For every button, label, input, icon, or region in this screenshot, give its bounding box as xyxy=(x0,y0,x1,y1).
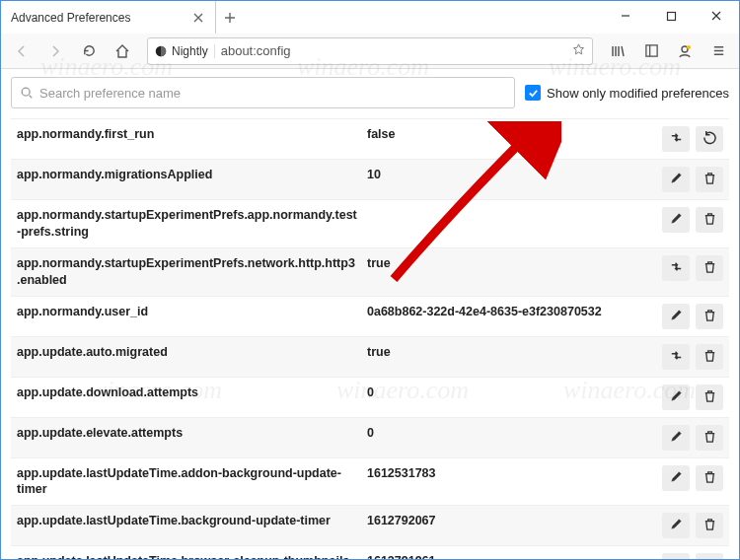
app-menu-button[interactable] xyxy=(703,36,733,66)
edit-icon xyxy=(669,171,684,188)
pref-edit-button[interactable] xyxy=(662,304,690,329)
pref-toggle-button[interactable] xyxy=(662,255,690,281)
pref-edit-button[interactable] xyxy=(662,385,690,410)
library-button[interactable] xyxy=(603,36,632,66)
search-row: Show only modified preferences xyxy=(11,77,729,108)
pref-reset-button[interactable] xyxy=(696,126,723,152)
pref-toggle-button[interactable] xyxy=(662,126,690,152)
pref-name: app.update.lastUpdateTime.browser-cleanu… xyxy=(17,553,367,560)
edit-icon xyxy=(669,211,684,229)
pref-delete-button[interactable] xyxy=(696,167,723,192)
pref-edit-button[interactable] xyxy=(662,513,690,538)
toggle-icon xyxy=(669,259,684,277)
pref-name: app.normandy.user_id xyxy=(17,304,367,320)
pref-row: app.normandy.startupExperimentPrefs.app.… xyxy=(11,199,729,247)
search-input[interactable] xyxy=(39,86,506,101)
pref-edit-button[interactable] xyxy=(662,553,690,560)
delete-icon xyxy=(703,469,717,487)
pref-value: true xyxy=(367,344,662,361)
prefs-table: app.normandy.first_runfalseapp.normandy.… xyxy=(11,118,729,560)
pref-row: app.update.lastUpdateTime.browser-cleanu… xyxy=(11,545,729,560)
url-text: about:config xyxy=(221,43,565,58)
identity-box[interactable]: Nightly xyxy=(154,44,215,58)
pref-value: 1612531783 xyxy=(367,465,662,482)
title-bar: Advanced Preferences xyxy=(1,1,739,34)
pref-name: app.normandy.first_run xyxy=(17,126,367,143)
pref-value: 0a68b862-322d-42e4-8635-e3f230870532 xyxy=(367,304,662,320)
pref-delete-button[interactable] xyxy=(696,385,723,410)
pref-actions xyxy=(662,304,723,329)
new-tab-button[interactable] xyxy=(216,1,244,34)
pref-toggle-button[interactable] xyxy=(662,344,690,370)
toggle-icon xyxy=(669,348,684,366)
url-bar[interactable]: Nightly about:config xyxy=(147,37,593,65)
search-box[interactable] xyxy=(11,77,515,108)
pref-actions xyxy=(662,167,723,192)
pref-actions xyxy=(662,513,723,538)
delete-icon xyxy=(703,429,717,447)
window-maximize-button[interactable] xyxy=(648,1,694,31)
show-modified-checkbox[interactable]: Show only modified preferences xyxy=(525,85,729,101)
edit-icon xyxy=(669,308,684,325)
bookmark-star-icon[interactable] xyxy=(571,42,586,60)
pref-row: app.update.lastUpdateTime.addon-backgrou… xyxy=(11,457,729,506)
delete-icon xyxy=(703,171,717,188)
pref-name: app.update.lastUpdateTime.addon-backgrou… xyxy=(17,465,367,499)
back-button[interactable] xyxy=(7,36,37,66)
identity-label: Nightly xyxy=(172,44,208,58)
tab-title: Advanced Preferences xyxy=(11,11,191,25)
pref-actions xyxy=(662,465,723,491)
pref-value: 1612791961 xyxy=(367,553,662,560)
nav-toolbar: Nightly about:config xyxy=(1,34,739,69)
delete-icon xyxy=(703,308,717,325)
nightly-icon xyxy=(154,44,168,58)
pref-delete-button[interactable] xyxy=(696,513,723,538)
window-close-button[interactable] xyxy=(694,1,739,31)
pref-edit-button[interactable] xyxy=(662,425,690,451)
pref-name: app.update.elevate.attempts xyxy=(17,425,367,442)
pref-row: app.update.auto.migratedtrue xyxy=(11,336,729,377)
pref-row: app.normandy.migrationsApplied10 xyxy=(11,159,729,199)
reload-button[interactable] xyxy=(74,36,104,66)
pref-actions xyxy=(662,385,723,410)
sidebar-button[interactable] xyxy=(636,36,666,66)
svg-rect-0 xyxy=(667,12,675,20)
pref-delete-button[interactable] xyxy=(696,344,723,370)
pref-delete-button[interactable] xyxy=(696,553,723,560)
pref-edit-button[interactable] xyxy=(662,207,690,233)
delete-icon xyxy=(703,259,717,277)
pref-name: app.normandy.migrationsApplied xyxy=(17,167,367,183)
pref-delete-button[interactable] xyxy=(696,425,723,451)
reset-icon xyxy=(703,130,717,148)
toggle-icon xyxy=(669,130,684,148)
pref-value: 1612792067 xyxy=(367,513,662,529)
pref-value: 10 xyxy=(367,167,662,183)
checkbox-checked-icon xyxy=(525,85,541,101)
pref-name: app.normandy.startupExperimentPrefs.netw… xyxy=(17,255,367,289)
pref-actions xyxy=(662,425,723,451)
pref-delete-button[interactable] xyxy=(696,255,723,281)
browser-tab[interactable]: Advanced Preferences xyxy=(1,1,216,34)
delete-icon xyxy=(703,388,717,406)
pref-row: app.normandy.user_id0a68b862-322d-42e4-8… xyxy=(11,296,729,336)
pref-delete-button[interactable] xyxy=(696,465,723,491)
pref-row: app.update.elevate.attempts0 xyxy=(11,417,729,457)
edit-icon xyxy=(669,429,684,447)
pref-name: app.update.auto.migrated xyxy=(17,344,367,361)
pref-value: 0 xyxy=(367,425,662,442)
pref-delete-button[interactable] xyxy=(696,304,723,329)
close-tab-icon[interactable] xyxy=(191,11,205,25)
pref-actions xyxy=(662,207,723,233)
forward-button[interactable] xyxy=(40,36,70,66)
pref-row: app.normandy.startupExperimentPrefs.netw… xyxy=(11,247,729,296)
account-button[interactable] xyxy=(670,36,700,66)
pref-actions xyxy=(662,255,723,281)
pref-edit-button[interactable] xyxy=(662,167,690,192)
window-minimize-button[interactable] xyxy=(603,1,648,31)
pref-delete-button[interactable] xyxy=(696,207,723,233)
pref-edit-button[interactable] xyxy=(662,465,690,491)
about-config-content: Show only modified preferences app.norma… xyxy=(1,69,739,560)
pref-name: app.normandy.startupExperimentPrefs.app.… xyxy=(17,207,367,241)
home-button[interactable] xyxy=(108,36,137,66)
pref-name: app.update.lastUpdateTime.background-upd… xyxy=(17,513,367,529)
